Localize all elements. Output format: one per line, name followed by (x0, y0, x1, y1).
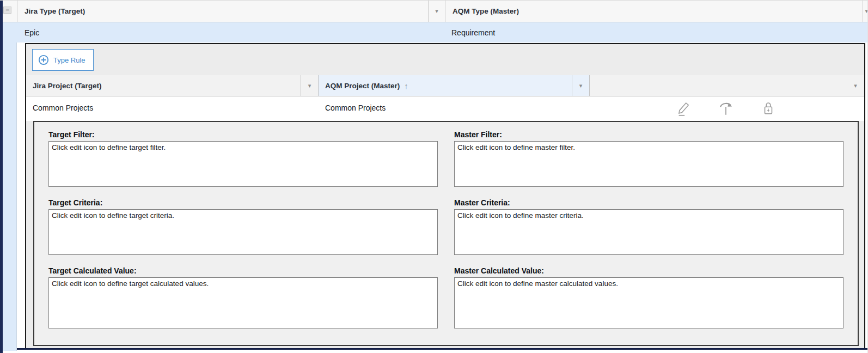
target-calculated-value-field: Target Calculated Value: Click edit icon… (48, 266, 438, 328)
chevron-down-icon: ▾ (579, 83, 583, 89)
master-filter-field: Master Filter: Click edit icon to define… (454, 130, 843, 187)
column-header-aqm-project[interactable]: AQM Project (Master) ↑ (319, 75, 572, 96)
project-mapping-row[interactable]: Common Projects Common Projects (26, 96, 864, 121)
project-row-target-value: Common Projects (33, 104, 93, 112)
type-mapping-row[interactable]: Epic Requirement (3, 22, 868, 42)
sync-rules-screen: Jira Type (Target) ▾ AQM Type (Master) ▾… (0, 0, 868, 353)
aqm-project-column-menu-button[interactable]: ▾ (572, 75, 590, 96)
target-filter-field: Target Filter: Click edit icon to define… (48, 130, 438, 187)
column-header-aqm-type[interactable]: AQM Type (Master) (445, 1, 863, 22)
bottom-divider (17, 348, 868, 350)
target-criteria-label: Target Criteria: (48, 198, 438, 207)
row-expander-column (3, 22, 17, 351)
master-calculated-value-textarea[interactable]: Click edit icon to define master calcula… (454, 277, 843, 328)
chevron-down-icon: ▾ (308, 83, 311, 89)
type-rule-expanded-panel: Type Rule Jira Project (Target) ▾ AQM Pr… (25, 43, 865, 349)
add-type-rule-label: Type Rule (53, 56, 85, 64)
target-criteria-field: Target Criteria: Click edit icon to defi… (48, 198, 438, 255)
target-filter-label: Target Filter: (48, 130, 438, 139)
type-row-target-value: Epic (25, 28, 39, 37)
master-criteria-textarea[interactable]: Click edit icon to define master criteri… (454, 209, 843, 255)
column-header-aqm-project-label: AQM Project (Master) (325, 82, 400, 90)
target-calculated-value-label: Target Calculated Value: (48, 266, 438, 275)
chevron-down-icon: ▾ (435, 8, 438, 14)
column-header-jira-type[interactable]: Jira Type (Target) (17, 1, 429, 22)
master-calculated-value-field: Master Calculated Value: Click edit icon… (454, 266, 843, 328)
type-rule-toolbar: Type Rule (26, 44, 864, 75)
target-filter-textarea[interactable]: Click edit icon to define target filter. (48, 141, 438, 187)
collapse-row-button[interactable]: − (3, 7, 11, 14)
master-calculated-value-label: Master Calculated Value: (454, 266, 843, 275)
master-criteria-label: Master Criteria: (454, 198, 843, 207)
aqm-type-column-menu-button[interactable]: ▾ (863, 1, 868, 22)
master-filter-label: Master Filter: (454, 130, 843, 139)
edit-icon[interactable] (676, 100, 691, 117)
master-criteria-field: Master Criteria: Click edit icon to defi… (454, 198, 843, 255)
master-filter-textarea[interactable]: Click edit icon to define master filter. (454, 141, 843, 187)
project-row-master-value: Common Projects (325, 104, 386, 112)
target-calculated-value-textarea[interactable]: Click edit icon to define target calcula… (48, 277, 438, 328)
add-type-rule-button[interactable]: Type Rule (32, 49, 94, 71)
type-table-header-row: Jira Type (Target) ▾ AQM Type (Master) ▾ (3, 1, 868, 22)
rule-details-panel: Target Filter: Click edit icon to define… (33, 121, 859, 346)
sort-ascending-icon: ↑ (404, 81, 408, 90)
type-row-master-value: Requirement (451, 28, 495, 37)
circle-plus-icon (38, 54, 49, 65)
extra-column-menu-button[interactable]: ▾ (847, 75, 864, 96)
column-header-empty (590, 75, 847, 96)
jira-project-column-menu-button[interactable]: ▾ (301, 75, 319, 96)
sync-direction-icon[interactable] (718, 100, 733, 117)
target-criteria-textarea[interactable]: Click edit icon to define target criteri… (48, 209, 438, 255)
rule-details-grid: Target Filter: Click edit icon to define… (48, 130, 843, 340)
jira-type-column-menu-button[interactable]: ▾ (429, 1, 445, 22)
project-table-header-row: Jira Project (Target) ▾ AQM Project (Mas… (26, 75, 864, 96)
chevron-down-icon: ▾ (854, 83, 857, 89)
chevron-down-icon: ▾ (865, 8, 868, 14)
row-action-icons (676, 100, 776, 117)
lock-icon[interactable] (761, 100, 776, 117)
column-header-jira-project[interactable]: Jira Project (Target) (26, 75, 301, 96)
